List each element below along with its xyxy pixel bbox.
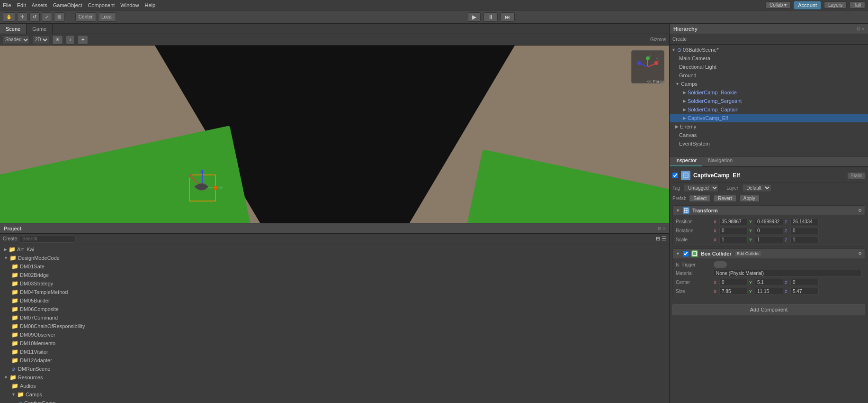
collider-settings-icon[interactable]: ⚙ [858, 251, 862, 256]
add-component-button[interactable]: Add Component [672, 304, 865, 315]
menu-assets[interactable]: Assets [32, 2, 47, 8]
project-search-input[interactable] [19, 235, 76, 243]
tool-rotate[interactable]: ↺ [29, 12, 40, 22]
size-x-input[interactable] [719, 288, 748, 295]
pos-z-input[interactable] [790, 218, 819, 225]
proj-design-mode[interactable]: ▼ 📁 DesignModeCode [0, 254, 669, 262]
tree-soldier-captain[interactable]: ▶ SoldierCamp_Captain [670, 105, 868, 114]
tool-scale[interactable]: ⤢ [42, 12, 52, 22]
pos-y-input[interactable] [755, 218, 783, 225]
tree-enemy[interactable]: ▶ Enemy [670, 122, 868, 131]
proj-dm05[interactable]: 📁 DM05Builder [0, 296, 669, 305]
menu-component[interactable]: Component [88, 2, 115, 8]
tab-scene[interactable]: Scene [0, 24, 27, 34]
account-button[interactable]: Account [794, 1, 821, 9]
pivot-center[interactable]: Center [75, 12, 96, 22]
box-collider-header[interactable]: ▼ Box Collider Edit Collider ⚙ [673, 249, 865, 258]
collider-enabled-checkbox[interactable] [683, 251, 689, 256]
tool-move[interactable]: ✛ [17, 12, 27, 22]
size-y-input[interactable] [755, 288, 783, 295]
tree-canvas[interactable]: Canvas [670, 131, 868, 139]
audio-toggle[interactable]: ♪ [66, 35, 75, 45]
selected-object-gizmo[interactable] [182, 168, 225, 211]
center-y-input[interactable] [755, 279, 783, 286]
edit-collider-btn[interactable]: Edit Collider [734, 250, 762, 257]
transform-settings-icon[interactable]: ⚙ [858, 208, 862, 213]
component-transform-header[interactable]: ▼ Transform ⚙ [673, 206, 865, 215]
project-panel-controls[interactable]: ⊟ × [658, 226, 665, 231]
menu-help[interactable]: Help [144, 2, 155, 8]
pos-x-input[interactable] [719, 218, 748, 225]
viewport-gizmo[interactable]: X Y Z × << Persp [631, 50, 664, 83]
proj-art-kai[interactable]: ▶ 📁 Art_Kai [0, 245, 669, 254]
layout-button[interactable]: Tall [850, 1, 865, 9]
project-create-btn[interactable]: Create [3, 236, 17, 241]
static-badge[interactable]: Static [848, 173, 865, 179]
proj-dm01[interactable]: 📁 DM01Sate [0, 262, 669, 271]
layers-button[interactable]: Layers [824, 1, 847, 9]
tree-captive-elf[interactable]: ▶ CaptiveCamp_Elf [670, 114, 868, 122]
proj-camps[interactable]: ▼ 📁 Camps [0, 390, 669, 399]
proj-dm12[interactable]: 📁 DM12Adapter [0, 356, 669, 365]
tool-hand[interactable]: ✋ [3, 12, 15, 22]
rot-z-input[interactable] [790, 227, 819, 234]
proj-dm06[interactable]: 📁 DM06Composite [0, 305, 669, 313]
object-active-checkbox[interactable] [672, 173, 678, 178]
proj-dm03[interactable]: 📁 DM03Strategy [0, 279, 669, 288]
menu-window[interactable]: Window [120, 2, 139, 8]
proj-dm07[interactable]: 📁 DM07Command [0, 313, 669, 322]
menu-file[interactable]: File [3, 2, 11, 8]
proj-dm02[interactable]: 📁 DM02Bridge [0, 271, 669, 279]
tree-soldier-sergeant[interactable]: ▶ SoldierCamp_Sergeant [670, 97, 868, 105]
tree-dir-light[interactable]: Directional Light [670, 63, 868, 71]
scale-y-input[interactable] [755, 236, 783, 243]
project-view-toggle[interactable]: ⊞ ☰ [656, 236, 666, 242]
scale-z-input[interactable] [790, 236, 819, 243]
rot-x-input[interactable] [719, 227, 748, 234]
scale-x-input[interactable] [719, 236, 748, 243]
proj-dm08[interactable]: 📁 DM08ChainOfResponsibility [0, 322, 669, 330]
tree-camps[interactable]: ▼ Camps [670, 80, 868, 88]
center-z-input[interactable] [790, 279, 819, 286]
prefab-select-btn[interactable]: Select [689, 195, 711, 202]
proj-dm11[interactable]: 📁 DM11Visitor [0, 348, 669, 356]
display-mode-select[interactable]: Shaded [3, 36, 30, 44]
step-button[interactable]: ⏭ [501, 12, 515, 22]
proj-captive-camp[interactable]: ⊙ CaptiveCamp [0, 399, 669, 403]
light-toggle[interactable]: ☀ [52, 35, 63, 45]
tab-navigation[interactable]: Navigation [702, 156, 738, 166]
tab-inspector[interactable]: Inspector [670, 156, 702, 166]
size-z-input[interactable] [790, 288, 819, 295]
menu-gameobject[interactable]: GameObject [53, 2, 82, 8]
proj-dm09[interactable]: 📁 DM09Observer [0, 330, 669, 339]
proj-dm10[interactable]: 📁 DM10Memento [0, 339, 669, 348]
play-button[interactable]: ▶ [468, 12, 481, 22]
gizmos-label[interactable]: Gizmos [650, 37, 666, 42]
layer-select[interactable]: Default [742, 184, 771, 192]
proj-resources[interactable]: ▼ 📁 Resources [0, 373, 669, 382]
persp-label[interactable]: << Persp [646, 79, 664, 84]
material-input[interactable] [714, 270, 862, 277]
prefab-apply-btn[interactable]: Apply [739, 195, 760, 202]
center-x-input[interactable] [719, 279, 748, 286]
tree-event-system[interactable]: EventSystem [670, 139, 868, 148]
rot-y-input[interactable] [755, 227, 783, 234]
proj-dm04[interactable]: 📁 DM04TempleMethod [0, 288, 669, 296]
proj-dmrun[interactable]: ⊙ DMRunScene [0, 365, 669, 373]
pivot-local[interactable]: Local [98, 12, 116, 22]
scene-root[interactable]: ▼ ⊙ 03BattleScene* [670, 46, 868, 54]
tree-ground[interactable]: Ground [670, 71, 868, 80]
menu-edit[interactable]: Edit [17, 2, 26, 8]
dimension-select[interactable]: 2D 3D [33, 36, 49, 44]
collab-button[interactable]: Collab ▾ [765, 1, 791, 9]
tag-select[interactable]: Untagged [684, 184, 719, 192]
tree-soldier-rookie[interactable]: ▶ SoldierCamp_Rookie [670, 88, 868, 97]
tab-game[interactable]: Game [27, 24, 53, 34]
hierarchy-create-btn[interactable]: Create [672, 37, 687, 42]
is-trigger-toggle[interactable] [714, 261, 727, 268]
pause-button[interactable]: ⏸ [483, 12, 498, 22]
proj-audios[interactable]: 📁 Audios [0, 382, 669, 390]
tool-rect[interactable]: ⊠ [54, 12, 64, 22]
prefab-revert-btn[interactable]: Revert [714, 195, 736, 202]
tree-main-camera[interactable]: Main Camera [670, 54, 868, 63]
